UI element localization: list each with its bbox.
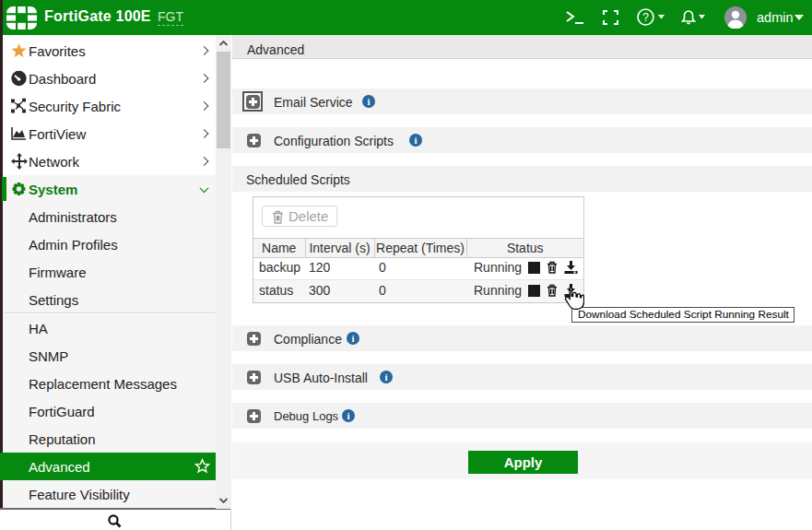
svg-text:?: ?: [642, 11, 649, 24]
